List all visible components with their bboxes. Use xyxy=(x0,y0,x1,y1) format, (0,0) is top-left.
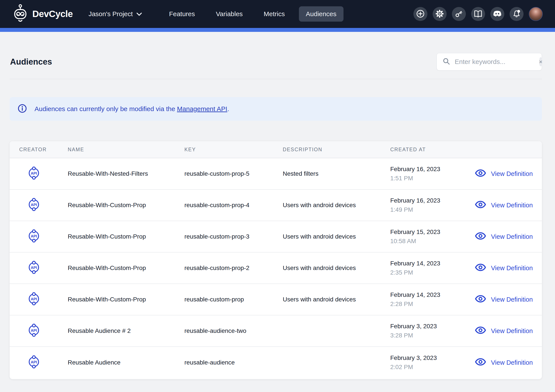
audience-key: reusable-audience xyxy=(184,359,283,366)
column-header-key: Key xyxy=(184,147,283,153)
notifications-button[interactable] xyxy=(510,7,524,21)
actions-cell: View Definition xyxy=(465,200,542,210)
banner-message: Audiences can currently only be modified… xyxy=(35,105,229,113)
project-selector-dropdown[interactable]: Jason's Project xyxy=(88,10,142,18)
creator-cell: API xyxy=(10,165,68,182)
devcycle-robot-icon xyxy=(13,4,28,24)
creator-cell: API xyxy=(10,323,68,339)
settings-gear-icon xyxy=(434,8,445,20)
created-at-cell: February 14, 2023 2:35 PM xyxy=(390,260,465,276)
audience-name: Reusable Audience xyxy=(68,359,184,366)
audience-description: Users with android devices xyxy=(283,202,390,209)
created-date: February 3, 2023 xyxy=(390,355,465,361)
created-time: 2:28 PM xyxy=(390,300,465,307)
search-input[interactable] xyxy=(455,58,539,65)
audience-key: reusable-custom-prop-4 xyxy=(184,202,283,209)
audience-name: Reusable-With-Custom-Prop xyxy=(68,202,184,209)
column-header-creator: Creator xyxy=(10,147,68,153)
audience-name: Reusable Audience # 2 xyxy=(68,328,184,334)
table-row: API Reusable-With-Custom-Prop reusable-c… xyxy=(10,221,542,253)
banner-text-suffix: . xyxy=(227,105,229,112)
actions-cell: View Definition xyxy=(465,263,542,273)
table-header-row: Creator Name Key Description Created At xyxy=(10,141,542,158)
eye-icon xyxy=(475,295,486,305)
audience-key: reusable-custom-prop-5 xyxy=(184,170,283,177)
created-time: 2:35 PM xyxy=(390,269,465,276)
table-row: API Reusable-With-Custom-Prop reusable-c… xyxy=(10,284,542,315)
view-definition-link[interactable]: View Definition xyxy=(475,295,542,305)
api-badge-label: API xyxy=(31,297,37,301)
view-definition-link[interactable]: View Definition xyxy=(475,169,542,179)
table-row: API Reusable-With-Custom-Prop reusable-c… xyxy=(10,253,542,284)
nav-link-features[interactable]: Features xyxy=(162,6,202,21)
column-header-description: Description xyxy=(283,147,390,153)
view-definition-link[interactable]: View Definition xyxy=(475,200,542,210)
api-keys-button[interactable] xyxy=(452,7,466,21)
created-at-cell: February 3, 2023 2:02 PM xyxy=(390,355,465,371)
page-title: Audiences xyxy=(10,57,52,67)
table-row: API Reusable-With-Custom-Prop reusable-c… xyxy=(10,190,542,221)
bell-icon xyxy=(511,8,522,20)
book-icon xyxy=(473,8,483,20)
eye-icon xyxy=(475,358,486,368)
user-avatar[interactable] xyxy=(529,7,543,21)
top-navbar: DevCycle Jason's Project Features Variab… xyxy=(0,0,555,28)
info-icon xyxy=(17,104,27,114)
settings-button[interactable] xyxy=(433,7,447,21)
api-creator-icon: API xyxy=(28,207,40,214)
api-badge-label: API xyxy=(31,265,37,270)
audience-description: Nested filters xyxy=(283,170,390,177)
audience-key: reusable-custom-prop-3 xyxy=(184,233,283,240)
view-definition-label: View Definition xyxy=(491,264,533,272)
created-at-cell: February 15, 2023 10:58 AM xyxy=(390,228,465,245)
page-header: Audiences × xyxy=(10,53,542,71)
table-row: API Reusable Audience reusable-audience … xyxy=(10,347,542,378)
created-at-cell: February 16, 2023 1:49 PM xyxy=(390,197,465,213)
management-api-link[interactable]: Management API xyxy=(177,105,227,112)
audience-name: Reusable-With-Custom-Prop xyxy=(68,264,184,271)
created-date: February 16, 2023 xyxy=(390,197,465,204)
search-clear-button[interactable]: × xyxy=(539,57,542,66)
devcycle-logo[interactable]: DevCycle xyxy=(13,4,73,24)
brand-name: DevCycle xyxy=(32,9,73,19)
audience-key: reusable-audience-two xyxy=(184,328,283,334)
api-badge-label: API xyxy=(31,360,37,364)
discord-button[interactable] xyxy=(490,7,504,21)
header-divider xyxy=(10,79,542,79)
primary-nav: Features Variables Metrics Audiences xyxy=(162,6,351,21)
api-badge-label: API xyxy=(31,171,37,175)
audience-key: reusable-custom-prop-2 xyxy=(184,264,283,271)
created-time: 10:58 AM xyxy=(390,238,465,245)
chevron-down-icon xyxy=(136,10,142,18)
documentation-button[interactable] xyxy=(471,7,485,21)
actions-cell: View Definition xyxy=(465,326,542,336)
actions-cell: View Definition xyxy=(465,232,542,242)
actions-cell: View Definition xyxy=(465,358,542,368)
api-creator-icon: API xyxy=(28,175,40,182)
view-definition-label: View Definition xyxy=(491,170,533,178)
audience-description: Users with android devices xyxy=(283,233,390,240)
view-definition-link[interactable]: View Definition xyxy=(475,232,542,242)
nav-link-audiences[interactable]: Audiences xyxy=(299,6,343,21)
created-time: 1:49 PM xyxy=(390,206,465,213)
eye-icon xyxy=(475,200,486,210)
view-definition-link[interactable]: View Definition xyxy=(475,326,542,336)
view-definition-link[interactable]: View Definition xyxy=(475,358,542,368)
view-definition-label: View Definition xyxy=(491,359,533,366)
discord-icon xyxy=(492,8,503,20)
view-definition-link[interactable]: View Definition xyxy=(475,263,542,273)
created-time: 3:28 PM xyxy=(390,332,465,339)
accent-bar xyxy=(0,28,555,32)
navbar-icon-group xyxy=(413,7,543,21)
created-time: 1:51 PM xyxy=(390,175,465,182)
audience-name: Reusable-With-Custom-Prop xyxy=(68,233,184,240)
create-new-button[interactable] xyxy=(413,7,427,21)
eye-icon xyxy=(475,232,486,242)
creator-cell: API xyxy=(10,197,68,214)
audience-key: reusable-custom-prop xyxy=(184,296,283,303)
nav-link-metrics[interactable]: Metrics xyxy=(257,6,292,21)
column-header-created-at: Created At xyxy=(390,147,465,153)
nav-link-variables[interactable]: Variables xyxy=(209,6,250,21)
api-badge-label: API xyxy=(31,328,37,332)
created-at-cell: February 16, 2023 1:51 PM xyxy=(390,166,465,182)
